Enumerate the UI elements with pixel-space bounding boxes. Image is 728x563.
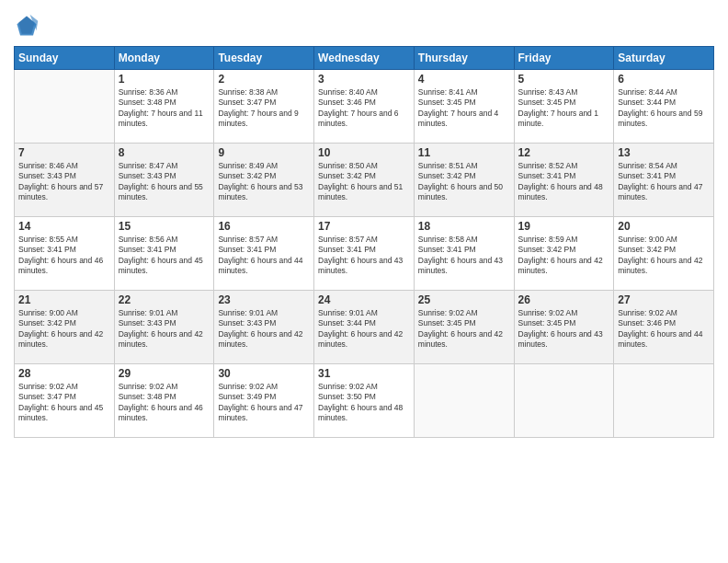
day-info: Sunrise: 8:50 AMSunset: 3:42 PMDaylight:… bbox=[318, 161, 410, 203]
day-info: Sunrise: 8:44 AMSunset: 3:44 PMDaylight:… bbox=[618, 87, 710, 130]
calendar: SundayMondayTuesdayWednesdayThursdayFrid… bbox=[14, 46, 714, 438]
header-cell-saturday: Saturday bbox=[614, 47, 714, 70]
day-info: Sunrise: 9:02 AMSunset: 3:50 PMDaylight:… bbox=[318, 382, 410, 424]
day-cell: 7Sunrise: 8:46 AMSunset: 3:43 PMDaylight… bbox=[15, 144, 115, 217]
day-number: 28 bbox=[18, 367, 110, 380]
day-info: Sunrise: 8:47 AMSunset: 3:43 PMDaylight:… bbox=[119, 161, 210, 203]
day-info: Sunrise: 9:00 AMSunset: 3:42 PMDaylight:… bbox=[18, 308, 110, 350]
day-number: 31 bbox=[318, 367, 410, 380]
day-info: Sunrise: 9:00 AMSunset: 3:42 PMDaylight:… bbox=[618, 235, 710, 277]
calendar-body: 1Sunrise: 8:36 AMSunset: 3:48 PMDaylight… bbox=[15, 70, 714, 438]
day-info: Sunrise: 9:02 AMSunset: 3:46 PMDaylight:… bbox=[618, 308, 710, 350]
day-cell: 22Sunrise: 9:01 AMSunset: 3:43 PMDayligh… bbox=[114, 291, 214, 364]
day-cell: 5Sunrise: 8:43 AMSunset: 3:45 PMDaylight… bbox=[514, 70, 614, 144]
day-cell: 10Sunrise: 8:50 AMSunset: 3:42 PMDayligh… bbox=[314, 144, 415, 217]
day-number: 11 bbox=[418, 146, 510, 159]
day-cell: 24Sunrise: 9:01 AMSunset: 3:44 PMDayligh… bbox=[314, 291, 415, 364]
day-info: Sunrise: 9:02 AMSunset: 3:45 PMDaylight:… bbox=[418, 308, 510, 350]
header bbox=[14, 9, 714, 39]
day-info: Sunrise: 8:36 AMSunset: 3:48 PMDaylight:… bbox=[119, 87, 210, 130]
day-info: Sunrise: 8:49 AMSunset: 3:42 PMDaylight:… bbox=[218, 161, 310, 203]
day-info: Sunrise: 8:43 AMSunset: 3:45 PMDaylight:… bbox=[518, 87, 610, 130]
day-cell: 16Sunrise: 8:57 AMSunset: 3:41 PMDayligh… bbox=[214, 217, 314, 291]
day-number: 30 bbox=[218, 367, 310, 380]
day-info: Sunrise: 8:57 AMSunset: 3:41 PMDaylight:… bbox=[218, 235, 310, 277]
week-row-2: 7Sunrise: 8:46 AMSunset: 3:43 PMDaylight… bbox=[15, 144, 714, 217]
day-info: Sunrise: 9:02 AMSunset: 3:45 PMDaylight:… bbox=[518, 308, 610, 350]
day-info: Sunrise: 8:46 AMSunset: 3:43 PMDaylight:… bbox=[18, 161, 110, 203]
day-cell: 3Sunrise: 8:40 AMSunset: 3:46 PMDaylight… bbox=[314, 70, 415, 144]
day-cell: 19Sunrise: 8:59 AMSunset: 3:42 PMDayligh… bbox=[514, 217, 614, 291]
day-number: 12 bbox=[518, 146, 610, 159]
day-number: 1 bbox=[119, 73, 210, 86]
header-cell-monday: Monday bbox=[114, 47, 214, 70]
day-info: Sunrise: 8:55 AMSunset: 3:41 PMDaylight:… bbox=[18, 235, 110, 277]
day-info: Sunrise: 9:01 AMSunset: 3:43 PMDaylight:… bbox=[119, 308, 210, 350]
day-number: 2 bbox=[218, 73, 310, 86]
day-cell bbox=[15, 70, 115, 144]
day-cell: 23Sunrise: 9:01 AMSunset: 3:43 PMDayligh… bbox=[214, 291, 314, 364]
day-info: Sunrise: 9:02 AMSunset: 3:47 PMDaylight:… bbox=[18, 382, 110, 424]
logo-icon bbox=[14, 13, 40, 39]
page: SundayMondayTuesdayWednesdayThursdayFrid… bbox=[0, 0, 728, 563]
day-info: Sunrise: 8:57 AMSunset: 3:41 PMDaylight:… bbox=[318, 235, 410, 277]
day-cell: 2Sunrise: 8:38 AMSunset: 3:47 PMDaylight… bbox=[214, 70, 314, 144]
day-cell: 12Sunrise: 8:52 AMSunset: 3:41 PMDayligh… bbox=[514, 144, 614, 217]
header-cell-thursday: Thursday bbox=[414, 47, 514, 70]
header-cell-wednesday: Wednesday bbox=[314, 47, 415, 70]
day-info: Sunrise: 8:58 AMSunset: 3:41 PMDaylight:… bbox=[418, 235, 510, 277]
day-number: 8 bbox=[119, 146, 210, 159]
day-info: Sunrise: 8:52 AMSunset: 3:41 PMDaylight:… bbox=[518, 161, 610, 203]
day-number: 16 bbox=[218, 220, 310, 233]
day-number: 17 bbox=[318, 220, 410, 233]
week-row-4: 21Sunrise: 9:00 AMSunset: 3:42 PMDayligh… bbox=[15, 291, 714, 364]
day-info: Sunrise: 8:51 AMSunset: 3:42 PMDaylight:… bbox=[418, 161, 510, 203]
day-number: 20 bbox=[618, 220, 710, 233]
day-number: 24 bbox=[318, 293, 410, 306]
day-number: 15 bbox=[119, 220, 210, 233]
day-number: 18 bbox=[418, 220, 510, 233]
day-number: 27 bbox=[618, 293, 710, 306]
day-cell: 1Sunrise: 8:36 AMSunset: 3:48 PMDaylight… bbox=[114, 70, 214, 144]
day-cell: 27Sunrise: 9:02 AMSunset: 3:46 PMDayligh… bbox=[614, 291, 714, 364]
day-number: 13 bbox=[618, 146, 710, 159]
header-cell-tuesday: Tuesday bbox=[214, 47, 314, 70]
day-info: Sunrise: 9:01 AMSunset: 3:43 PMDaylight:… bbox=[218, 308, 310, 350]
day-cell: 11Sunrise: 8:51 AMSunset: 3:42 PMDayligh… bbox=[414, 144, 514, 217]
day-number: 26 bbox=[518, 293, 610, 306]
day-cell: 6Sunrise: 8:44 AMSunset: 3:44 PMDaylight… bbox=[614, 70, 714, 144]
day-number: 6 bbox=[618, 73, 710, 86]
header-cell-friday: Friday bbox=[514, 47, 614, 70]
day-cell bbox=[414, 364, 514, 438]
day-info: Sunrise: 9:01 AMSunset: 3:44 PMDaylight:… bbox=[318, 308, 410, 350]
day-number: 9 bbox=[218, 146, 310, 159]
day-cell: 29Sunrise: 9:02 AMSunset: 3:48 PMDayligh… bbox=[114, 364, 214, 438]
day-number: 7 bbox=[18, 146, 110, 159]
day-info: Sunrise: 9:02 AMSunset: 3:48 PMDaylight:… bbox=[119, 382, 210, 424]
week-row-5: 28Sunrise: 9:02 AMSunset: 3:47 PMDayligh… bbox=[15, 364, 714, 438]
day-info: Sunrise: 8:38 AMSunset: 3:47 PMDaylight:… bbox=[218, 87, 310, 130]
day-cell: 28Sunrise: 9:02 AMSunset: 3:47 PMDayligh… bbox=[15, 364, 115, 438]
day-number: 19 bbox=[518, 220, 610, 233]
day-cell: 31Sunrise: 9:02 AMSunset: 3:50 PMDayligh… bbox=[314, 364, 415, 438]
day-number: 22 bbox=[119, 293, 210, 306]
day-number: 10 bbox=[318, 146, 410, 159]
day-cell: 15Sunrise: 8:56 AMSunset: 3:41 PMDayligh… bbox=[114, 217, 214, 291]
day-info: Sunrise: 9:02 AMSunset: 3:49 PMDaylight:… bbox=[218, 382, 310, 424]
day-number: 5 bbox=[518, 73, 610, 86]
day-info: Sunrise: 8:41 AMSunset: 3:45 PMDaylight:… bbox=[418, 87, 510, 130]
day-cell: 8Sunrise: 8:47 AMSunset: 3:43 PMDaylight… bbox=[114, 144, 214, 217]
day-cell: 30Sunrise: 9:02 AMSunset: 3:49 PMDayligh… bbox=[214, 364, 314, 438]
calendar-header: SundayMondayTuesdayWednesdayThursdayFrid… bbox=[15, 47, 714, 70]
day-cell: 14Sunrise: 8:55 AMSunset: 3:41 PMDayligh… bbox=[15, 217, 115, 291]
day-info: Sunrise: 8:40 AMSunset: 3:46 PMDaylight:… bbox=[318, 87, 410, 130]
logo bbox=[14, 13, 43, 39]
week-row-1: 1Sunrise: 8:36 AMSunset: 3:48 PMDaylight… bbox=[15, 70, 714, 144]
day-info: Sunrise: 8:59 AMSunset: 3:42 PMDaylight:… bbox=[518, 235, 610, 277]
day-number: 14 bbox=[18, 220, 110, 233]
day-cell: 17Sunrise: 8:57 AMSunset: 3:41 PMDayligh… bbox=[314, 217, 415, 291]
day-cell: 26Sunrise: 9:02 AMSunset: 3:45 PMDayligh… bbox=[514, 291, 614, 364]
day-number: 25 bbox=[418, 293, 510, 306]
day-number: 21 bbox=[18, 293, 110, 306]
day-cell: 18Sunrise: 8:58 AMSunset: 3:41 PMDayligh… bbox=[414, 217, 514, 291]
